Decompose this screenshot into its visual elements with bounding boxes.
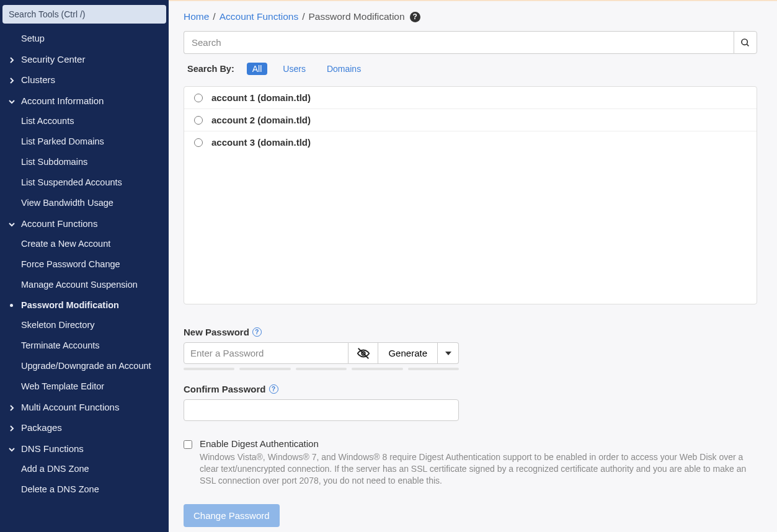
search-input[interactable] [184, 31, 734, 54]
confirm-password-label: Confirm Password [184, 384, 266, 394]
breadcrumb-sep: / [302, 11, 304, 22]
sidebar-item-label: List Parked Domains [21, 136, 104, 146]
sidebar-item-manage-account-suspension[interactable]: Manage Account Suspension [0, 275, 169, 295]
account-radio[interactable] [194, 138, 203, 147]
change-password-button[interactable]: Change Password [184, 504, 280, 527]
sidebar-item-delete-a-dns-zone[interactable]: Delete a DNS Zone [0, 479, 169, 500]
sidebar-item-clusters[interactable]: Clusters [0, 69, 169, 91]
sidebar-item-label: Setup [21, 33, 45, 43]
toggle-visibility-button[interactable] [349, 342, 378, 364]
sidebar-item-label: Skeleton Directory [21, 320, 94, 330]
search-by-label: Search By: [187, 64, 234, 74]
digest-auth-title: Enable Digest Authentication [200, 438, 752, 449]
sidebar-item-multi-account-functions[interactable]: Multi Account Functions [0, 397, 169, 418]
sidebar-item-account-functions[interactable]: Account Functions [0, 213, 169, 234]
sidebar-item-account-information[interactable]: Account Information [0, 91, 169, 112]
sidebar-item-force-password-change[interactable]: Force Password Change [0, 254, 169, 275]
account-label: account 2 (domain.tld) [211, 115, 311, 125]
search-icon [740, 38, 750, 48]
search-row [184, 31, 757, 54]
accounts-list[interactable]: account 1 (domain.tld)account 2 (domain.… [184, 86, 757, 304]
account-row[interactable]: account 2 (domain.tld) [184, 109, 757, 131]
sidebar-item-label: Clusters [21, 74, 55, 85]
sidebar-item-add-a-dns-zone[interactable]: Add a DNS Zone [0, 459, 169, 479]
account-row[interactable]: account 3 (domain.tld) [184, 131, 757, 153]
filter-users[interactable]: Users [277, 63, 311, 75]
sidebar-item-skeleton-directory[interactable]: Skeleton Directory [0, 315, 169, 335]
chevron-right-icon [8, 75, 16, 82]
help-icon[interactable]: ? [410, 12, 420, 22]
sidebar-item-dns-functions[interactable]: DNS Functions [0, 438, 169, 459]
chevron-down-icon [8, 444, 16, 451]
chevron-right-icon [8, 55, 16, 62]
password-input-group: Generate [184, 342, 459, 364]
sidebar-item-list-parked-domains[interactable]: List Parked Domains [0, 131, 169, 152]
breadcrumb-home[interactable]: Home [184, 11, 209, 22]
generate-password-button[interactable]: Generate [378, 342, 438, 364]
help-icon[interactable]: ? [252, 327, 262, 337]
sidebar-item-label: Web Template Editor [21, 381, 104, 391]
new-password-input[interactable] [184, 342, 349, 364]
sidebar-item-password-modification[interactable]: Password Modification [0, 295, 169, 316]
sidebar-item-list-subdomains[interactable]: List Subdomains [0, 152, 169, 172]
main-content: Home / Account Functions / Password Modi… [169, 0, 777, 532]
chevron-right-icon [8, 402, 16, 410]
sidebar-item-label: Terminate Accounts [21, 340, 100, 350]
sidebar-item-label: List Subdomains [21, 157, 87, 167]
breadcrumb-sep: / [213, 11, 215, 22]
sidebar-item-setup[interactable]: Setup [0, 29, 169, 49]
sidebar-item-view-bandwidth-usage[interactable]: View Bandwidth Usage [0, 193, 169, 213]
sidebar-scroll[interactable]: SetupSecurity CenterClustersAccount Info… [0, 29, 169, 532]
digest-auth-description: Windows Vista®, Windows® 7, and Windows®… [200, 451, 752, 487]
sidebar-item-label: Packages [21, 422, 62, 433]
generate-options-button[interactable] [438, 342, 459, 364]
filter-all[interactable]: All [247, 63, 268, 75]
filter-domains[interactable]: Domains [321, 63, 366, 75]
confirm-password-input[interactable] [184, 399, 459, 421]
caret-down-icon [445, 350, 451, 357]
search-by-row: Search By: All Users Domains [187, 63, 757, 75]
sidebar-item-label: Manage Account Suspension [21, 280, 138, 290]
sidebar-item-label: Upgrade/Downgrade an Account [21, 361, 151, 371]
breadcrumb-current: Password Modification [309, 11, 405, 22]
sidebar-item-web-template-editor[interactable]: Web Template Editor [0, 376, 169, 397]
digest-auth-checkbox[interactable] [184, 440, 192, 449]
chevron-down-icon [8, 219, 16, 226]
svg-line-1 [747, 44, 748, 46]
new-password-block: New Password ? Generate [184, 327, 757, 370]
sidebar-item-label: Security Center [21, 54, 85, 64]
breadcrumb: Home / Account Functions / Password Modi… [184, 0, 757, 31]
sidebar-item-label: DNS Functions [21, 443, 84, 454]
chevron-down-icon [8, 96, 16, 104]
account-radio[interactable] [194, 94, 203, 102]
account-row[interactable]: account 1 (domain.tld) [184, 87, 757, 109]
sidebar-item-label: Account Functions [21, 218, 97, 229]
chevron-right-icon [8, 423, 16, 430]
breadcrumb-section[interactable]: Account Functions [220, 11, 299, 22]
sidebar-item-packages[interactable]: Packages [0, 417, 169, 438]
sidebar-item-list-suspended-accounts[interactable]: List Suspended Accounts [0, 172, 169, 193]
sidebar-item-create-a-new-account[interactable]: Create a New Account [0, 234, 169, 254]
sidebar-item-terminate-accounts[interactable]: Terminate Accounts [0, 335, 169, 356]
top-accent-bar [169, 0, 777, 2]
sidebar-item-list-accounts[interactable]: List Accounts [0, 111, 169, 131]
sidebar-item-label: Create a New Account [21, 239, 110, 249]
sidebar-item-label: Delete a DNS Zone [21, 484, 99, 494]
sidebar-item-label: List Accounts [21, 116, 74, 126]
eye-off-icon [357, 347, 370, 360]
account-radio[interactable] [194, 116, 203, 125]
sidebar-item-label: Password Modification [21, 300, 119, 310]
sidebar-item-label: Force Password Change [21, 259, 120, 269]
sidebar-item-security-center[interactable]: Security Center [0, 49, 169, 70]
password-strength-meter [184, 368, 459, 370]
sidebar-item-upgrade-downgrade-an-account[interactable]: Upgrade/Downgrade an Account [0, 356, 169, 376]
sidebar-item-label: View Bandwidth Usage [21, 198, 113, 208]
sidebar-item-label: Add a DNS Zone [21, 464, 89, 474]
search-button[interactable] [734, 31, 757, 54]
svg-marker-4 [445, 352, 451, 355]
sidebar-item-label: Multi Account Functions [21, 402, 119, 412]
sidebar-item-label: Account Information [21, 95, 104, 106]
help-icon[interactable]: ? [269, 384, 278, 394]
sidebar: SetupSecurity CenterClustersAccount Info… [0, 0, 169, 532]
sidebar-search-input[interactable] [2, 5, 166, 24]
